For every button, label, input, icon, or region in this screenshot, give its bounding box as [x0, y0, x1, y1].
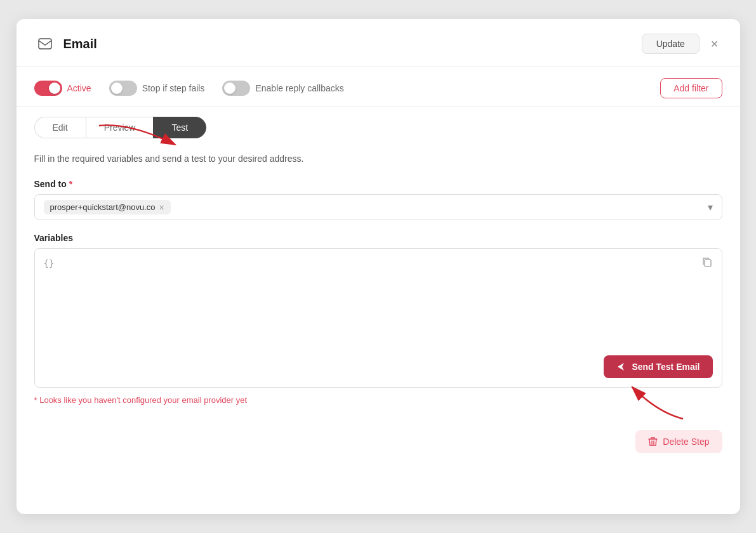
email-chip: prosper+quickstart@novu.co ×: [44, 200, 171, 214]
tab-test[interactable]: Test: [153, 117, 206, 138]
enable-reply-toggle-group: Enable reply callbacks: [222, 81, 343, 96]
modal-header: Email Update ×: [17, 19, 740, 67]
copy-icon[interactable]: [701, 256, 713, 270]
variables-box[interactable]: {} Send Test Email: [34, 248, 722, 388]
stop-if-fails-label: Stop if step fails: [142, 83, 205, 93]
footer-row: Delete Step: [17, 420, 740, 468]
header-actions: Update ×: [642, 34, 722, 54]
dropdown-arrow-icon: ▾: [708, 201, 713, 213]
enable-reply-toggle[interactable]: [222, 81, 250, 96]
active-toggle-group: Active: [34, 81, 91, 96]
send-to-label: Send to *: [34, 179, 722, 189]
chip-email: prosper+quickstart@novu.co: [50, 202, 156, 212]
svg-rect-2: [705, 260, 711, 266]
send-test-email-button[interactable]: Send Test Email: [604, 355, 712, 378]
description-text: Fill in the required variables and send …: [34, 154, 722, 164]
tab-edit[interactable]: Edit: [34, 117, 86, 138]
stop-if-fails-toggle[interactable]: [109, 81, 137, 96]
title-group: Email: [34, 33, 97, 55]
toolbar: Active Stop if step fails Enable reply c…: [17, 67, 740, 107]
warning-text: * Looks like you haven't configured your…: [34, 395, 722, 405]
variables-label: Variables: [34, 233, 722, 243]
close-button[interactable]: ×: [707, 36, 722, 51]
tabs-row: Edit Preview Test: [17, 107, 740, 138]
delete-step-button[interactable]: Delete Step: [635, 430, 722, 453]
active-toggle[interactable]: [34, 81, 62, 96]
variables-content: {}: [44, 258, 55, 268]
update-button[interactable]: Update: [642, 34, 700, 54]
chip-remove[interactable]: ×: [159, 203, 164, 212]
variables-field: Variables {} Send Test Email: [34, 233, 722, 388]
send-to-field: Send to * prosper+quickstart@novu.co × ▾: [34, 179, 722, 220]
enable-reply-label: Enable reply callbacks: [255, 83, 343, 93]
stop-if-fails-toggle-group: Stop if step fails: [109, 81, 205, 96]
email-icon: [34, 33, 56, 55]
modal-title: Email: [63, 37, 97, 51]
active-label: Active: [67, 83, 91, 93]
svg-rect-0: [39, 39, 51, 49]
add-filter-button[interactable]: Add filter: [660, 78, 722, 98]
send-to-input[interactable]: prosper+quickstart@novu.co × ▾: [34, 194, 722, 220]
tab-preview[interactable]: Preview: [86, 117, 154, 138]
content-area: Fill in the required variables and send …: [17, 138, 740, 420]
